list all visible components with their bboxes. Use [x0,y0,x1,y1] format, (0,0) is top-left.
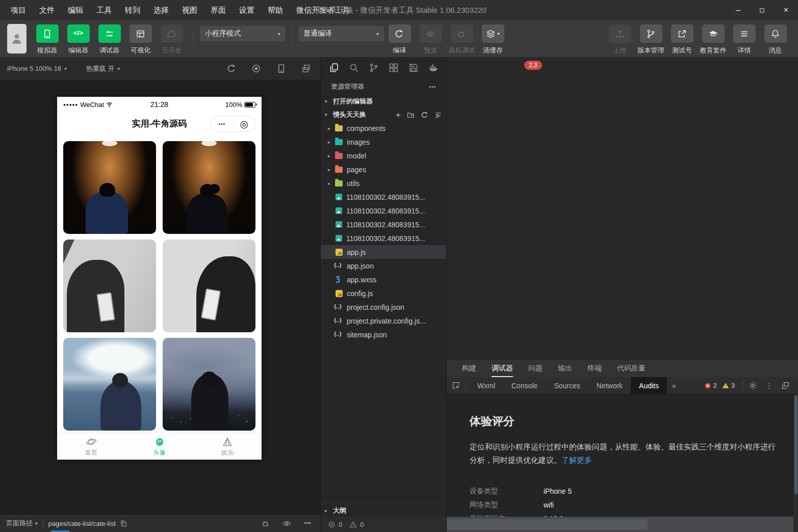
debug-tab[interactable]: 调试器 [492,360,513,377]
gallery-photo[interactable] [163,240,255,332]
tree-item[interactable]: ▸ app.wxss [321,273,446,286]
explorer-files-icon[interactable] [329,63,339,73]
outline-section[interactable]: ▸ 大纲 [321,503,446,517]
devtools-tab[interactable]: Sources [546,377,588,394]
gallery-photo[interactable] [163,141,255,234]
gallery-photo[interactable] [163,338,255,431]
search-icon[interactable] [349,63,359,73]
tree-item[interactable]: ▸ 1108100302.48083915... [321,231,446,245]
restart-icon[interactable] [226,64,236,73]
tree-item[interactable]: ▸ 1108100302.48083915... [321,218,446,231]
menu-item[interactable]: 界面 [205,4,231,17]
user-avatar[interactable] [7,24,27,54]
toolbar-button[interactable]: 模拟器 [32,24,63,55]
debug-tab[interactable]: 构建 [462,360,476,377]
tree-item[interactable]: ▸ pages [321,163,446,176]
tab-overflow-button[interactable]: » [667,382,681,390]
toolbar-button[interactable]: 真机调试 [446,24,477,55]
settings-gear-icon[interactable] [749,381,757,390]
refresh-tree-icon[interactable] [421,111,428,119]
kebab-menu-icon[interactable]: ⋮ [765,381,773,390]
toolbar-button[interactable]: 消息 [760,24,791,55]
tree-item[interactable]: ▸ 1108100302.48083915... [321,204,446,218]
menu-item[interactable]: 选择 [148,4,174,17]
devtools-tab[interactable]: Wxml [469,377,503,394]
path-mode-selector[interactable]: 页面路径 ▾ [6,519,38,528]
toolbar-button[interactable]: 云开发 [156,24,187,55]
gallery-photo[interactable] [63,240,156,332]
toolbar-button[interactable]: 上传 [604,24,635,55]
compile-mode-select[interactable]: 普通编译 ▾ [298,26,384,41]
menu-item[interactable]: 项目 [5,4,32,17]
more-options-icon[interactable]: ••• [304,519,311,528]
tree-item[interactable]: ▸ sitemap.json [321,328,446,341]
project-section[interactable]: ▾ 情头天天换 + [321,108,446,121]
debug-tab[interactable]: 代码质量 [617,360,646,377]
tabbar-item[interactable]: 娱乐 [193,433,262,460]
hot-reload-toggle[interactable]: 热重载 开 ▾ [86,64,120,73]
gallery-photo[interactable] [63,338,156,431]
problems-summary[interactable]: 0 0 [321,517,446,532]
source-control-icon[interactable] [369,63,379,73]
watch-icon[interactable] [282,519,291,528]
docker-whale-icon[interactable] [428,63,439,73]
toolbar-button[interactable]: 可视化 [125,24,156,55]
tabbar-item[interactable]: 首页 [57,433,125,460]
toolbar-button[interactable]: 教育套件 [698,24,729,55]
tree-item[interactable]: ▸ model [321,149,446,163]
devtools-tab[interactable]: Audits [631,377,667,394]
mode-select[interactable]: 小程序模式 ▾ [200,26,286,41]
copy-path-icon[interactable] [120,520,127,527]
capsule-more-button[interactable]: ••• [211,121,233,127]
menu-item[interactable]: 文件 [34,4,60,17]
console-problem-counts[interactable]: 2 3 [704,382,738,389]
debug-tab[interactable]: 输出 [558,360,572,377]
tree-item[interactable]: ▸ project.private.config.js... [321,314,446,328]
new-file-icon[interactable]: + [396,111,401,119]
tree-item[interactable]: ▸ config.js [321,286,446,300]
toolbar-button[interactable]: 版本管理 [635,24,666,55]
debug-tab[interactable]: 终端 [587,360,602,377]
tree-item[interactable]: ▸ images [321,135,446,149]
capsule-close-button[interactable]: ◎ [234,119,255,129]
multi-window-icon[interactable] [301,64,311,73]
toolbar-button[interactable]: 测试号 [666,24,698,55]
menu-item[interactable]: 工具 [91,4,117,17]
gallery-photo[interactable] [63,141,156,234]
horizontal-scrollbar[interactable] [447,517,793,532]
tree-item[interactable]: ▸ components [321,121,446,135]
record-stop-icon[interactable] [251,64,261,73]
debug-tab[interactable]: 问题 [528,360,543,377]
tree-item[interactable]: ▸ project.config.json [321,300,446,314]
inspect-element-icon[interactable] [447,377,466,394]
device-selector[interactable]: iPhone 5 100% 16 ▾ [7,65,67,72]
toolbar-button[interactable]: ▾ 清缓存 [477,24,508,55]
toolbar-button[interactable]: 编译 [384,24,415,55]
device-frame-icon[interactable] [276,64,286,73]
tree-item[interactable]: ▸ 1108100302.48083915... [321,190,446,204]
toolbar-button[interactable]: 详情 [729,24,760,55]
menu-item[interactable]: 帮助 [262,4,289,17]
tree-item[interactable]: ▸ app.json [321,259,446,273]
toolbar-button[interactable]: 调试器 [94,24,125,55]
maximize-button[interactable] [750,0,774,20]
close-button[interactable]: × [774,0,798,20]
explorer-more-icon[interactable]: ••• [429,84,436,90]
menu-item[interactable]: 编辑 [62,4,89,17]
tree-item[interactable]: ▸ app.js [321,245,446,259]
devtools-tab[interactable]: Network [588,377,631,394]
menu-item[interactable]: 设置 [234,4,260,17]
devtools-tab[interactable]: Console [503,377,546,394]
learn-more-link[interactable]: 了解更多 [561,456,592,464]
minimize-button[interactable]: – [726,0,750,20]
toolbar-button[interactable]: 预览 [415,24,446,55]
save-all-icon[interactable] [408,63,419,73]
extensions-icon[interactable] [389,63,399,73]
debug-icon[interactable] [261,519,270,528]
undock-icon[interactable] [781,381,790,390]
open-editors-section[interactable]: ▾ 打开的编辑器 [321,95,446,108]
vertical-scrollbar[interactable] [793,394,798,532]
new-folder-icon[interactable] [407,111,415,119]
collapse-all-icon[interactable] [434,111,442,119]
tree-item[interactable]: ▸ utils [321,176,446,190]
